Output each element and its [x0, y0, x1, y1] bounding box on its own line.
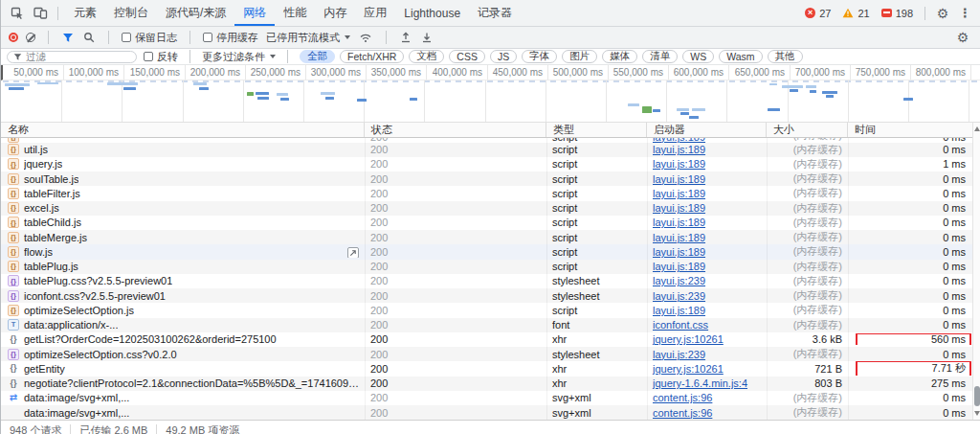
initiator-link[interactable]: layui.js:189	[653, 158, 705, 170]
cell-status: 200	[365, 261, 546, 272]
tab-memory[interactable]: 内存	[315, 0, 355, 26]
filter-input[interactable]	[26, 51, 122, 62]
reveal-request-icon[interactable]	[347, 247, 359, 258]
filter-chip-manifest[interactable]: 清单	[642, 50, 678, 63]
network-overview-waterfall[interactable]	[1, 80, 980, 123]
initiator-link[interactable]: content.js:96	[653, 392, 712, 403]
initiator-link[interactable]: layui.js:189	[653, 217, 705, 228]
table-row[interactable]: {}jquery.js200scriptlayui.js:189(内存缓存)1 …	[1, 157, 980, 171]
filter-chip-fetch-xhr[interactable]: Fetch/XHR	[340, 50, 404, 63]
cell-status: 200	[365, 217, 546, 228]
table-row[interactable]: {}tablePlug.js200scriptlayui.js:189(内存缓存…	[1, 260, 980, 274]
timeline-tick-label: 150,000 ms	[115, 67, 180, 78]
table-row[interactable]: {}getList?OrderCode=1202503100262&orderi…	[1, 332, 980, 347]
table-row[interactable]: {}util.js200scriptlayui.js:189(内存缓存)0 ms	[1, 143, 980, 157]
tab-network[interactable]: 网络	[234, 0, 275, 26]
scroll-down-arrow-icon[interactable]	[974, 411, 980, 416]
table-row[interactable]: {}soulTable.js200scriptlayui.js:189(内存缓存…	[1, 171, 980, 186]
filter-funnel-icon[interactable]	[61, 27, 75, 48]
table-row[interactable]: {}optimizeSelectOption.js200scriptlayui.…	[1, 303, 980, 317]
overview-request-bar	[769, 83, 777, 85]
tab-lighthouse[interactable]: Lighthouse	[395, 0, 469, 26]
inspect-element-icon[interactable]	[7, 3, 28, 24]
timeline-ruler[interactable]: 50,000 ms100,000 ms150,000 ms200,000 ms2…	[1, 65, 980, 80]
filter-chip-other[interactable]: 其他	[768, 50, 803, 63]
initiator-link[interactable]: content.js:96	[653, 407, 712, 419]
column-header-type[interactable]: 类型	[546, 123, 647, 137]
cell-initiator: layui.js:189	[647, 173, 767, 185]
table-row[interactable]: {}flow.js200scriptlayui.js:189(内存缓存)0 ms	[1, 244, 980, 259]
tab-console[interactable]: 控制台	[105, 0, 157, 26]
initiator-link[interactable]: iconfont.css	[653, 319, 708, 331]
more-filters-dropdown[interactable]: 更多过滤条件	[202, 50, 276, 64]
initiator-link[interactable]: layui.js:189	[653, 188, 705, 199]
table-row[interactable]: {}tableFilter.js200scriptlayui.js:189(内存…	[1, 186, 980, 200]
column-header-time[interactable]: 时间	[848, 123, 972, 137]
search-icon[interactable]	[82, 27, 96, 48]
table-row[interactable]: {}negotiate?clientProtocol=2.1&connectio…	[1, 377, 980, 391]
preserve-log-checkbox[interactable]: 保留日志	[122, 31, 177, 45]
tab-application[interactable]: 应用	[355, 0, 395, 26]
column-header-status[interactable]: 状态	[365, 123, 546, 137]
network-conditions-wifi-icon[interactable]	[358, 27, 373, 48]
invert-filter-checkbox[interactable]: 反转	[144, 50, 178, 64]
initiator-link[interactable]: layui.js:189	[653, 144, 705, 155]
tab-elements[interactable]: 元素	[65, 0, 105, 26]
filter-chip-ws[interactable]: WS	[682, 50, 714, 63]
filter-chip-wasm[interactable]: Wasm	[719, 50, 762, 63]
table-row[interactable]: data:image/svg+xml,...200svg+xmlcontent.…	[1, 405, 980, 420]
import-har-icon[interactable]	[399, 27, 412, 48]
device-toolbar-icon[interactable]	[30, 3, 51, 24]
table-row[interactable]: {}iconfont.css?v2.5.5-preview01200styles…	[1, 288, 980, 303]
issues-badge[interactable]: 198	[881, 8, 913, 19]
initiator-link[interactable]: layui.js:189	[653, 232, 705, 243]
table-row[interactable]: {}tableChild.js200scriptlayui.js:189(内存缓…	[1, 216, 980, 230]
filter-chip-media[interactable]: 媒体	[602, 50, 637, 63]
throttling-dropdown[interactable]: 已停用节流模式	[266, 31, 350, 45]
initiator-link[interactable]: layui.js:239	[653, 275, 705, 286]
filter-chip-img[interactable]: 图片	[562, 50, 597, 63]
initiator-link[interactable]: layui.js:189	[653, 305, 705, 316]
console-warnings-badge[interactable]: 21	[842, 8, 869, 19]
table-row[interactable]: {}tablePlug.css?v2.5.5-preview01200style…	[1, 274, 980, 288]
settings-gear-icon[interactable]: ⚙	[932, 3, 953, 24]
filter-chip-css[interactable]: CSS	[449, 50, 485, 63]
table-row[interactable]: ⇄data:image/svg+xml,...200svg+xmlcontent…	[1, 391, 980, 405]
disable-cache-checkbox[interactable]: 停用缓存	[203, 31, 258, 45]
tab-performance[interactable]: 性能	[275, 0, 315, 26]
table-row[interactable]: Tdata:application/x-...200fonticonfont.c…	[1, 318, 980, 332]
initiator-link[interactable]: layui.js:189	[653, 261, 705, 272]
table-row[interactable]: {}getEntity200xhrjquery.js:10261721 B7.7…	[1, 361, 980, 376]
initiator-link[interactable]: jquery.js:10261	[653, 333, 724, 345]
column-header-name[interactable]: 名称	[1, 123, 365, 137]
filter-chip-js[interactable]: JS	[490, 50, 517, 63]
overview-request-bar	[790, 89, 798, 92]
network-settings-gear-icon[interactable]: ⚙	[952, 27, 973, 48]
initiator-link[interactable]: layui.js:189	[653, 202, 705, 214]
record-network-log-button[interactable]	[9, 33, 18, 42]
console-errors-badge[interactable]: ×27	[805, 8, 831, 19]
column-header-initiator[interactable]: 启动器	[647, 123, 767, 137]
initiator-link[interactable]: jquery-1.6.4.min.js:4	[653, 377, 747, 389]
initiator-link[interactable]: layui.js:239	[653, 349, 705, 360]
initiator-link[interactable]: layui.js:239	[653, 290, 705, 302]
filter-chip-doc[interactable]: 文档	[409, 50, 444, 63]
scroll-up-arrow-icon[interactable]	[974, 126, 980, 131]
more-options-icon[interactable]: ⋮	[955, 6, 975, 20]
clear-network-log-button[interactable]	[26, 33, 35, 42]
tab-recorder[interactable]: 记录器	[469, 0, 521, 26]
column-header-size[interactable]: 大小	[767, 123, 848, 137]
initiator-link[interactable]: layui.js:189	[653, 246, 705, 258]
export-har-icon[interactable]	[420, 27, 434, 48]
table-row[interactable]: {}excel.js200scriptlayui.js:189(内存缓存)0 m…	[1, 201, 980, 216]
cell-type: xhr	[546, 363, 647, 375]
table-row[interactable]: {}optimizeSelectOption.css?v0.2.0200styl…	[1, 347, 980, 361]
filter-chip-all[interactable]: 全部	[300, 50, 335, 63]
filter-chip-font[interactable]: 字体	[522, 50, 557, 63]
initiator-link[interactable]: jquery.js:10261	[653, 363, 724, 375]
tab-sources[interactable]: 源代码/来源	[157, 0, 234, 26]
vertical-scrollbar[interactable]	[972, 123, 980, 420]
initiator-link[interactable]: layui.js:189	[653, 173, 705, 185]
table-row[interactable]: {}tableMerge.js200scriptlayui.js:189(内存缓…	[1, 230, 980, 244]
scrollbar-thumb[interactable]	[974, 386, 980, 406]
